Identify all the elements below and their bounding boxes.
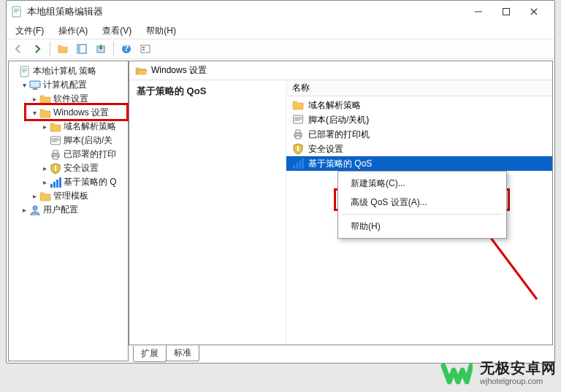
tree-scripts[interactable]: 脚本(启动/关 — [9, 134, 128, 147]
script-icon — [292, 114, 304, 126]
folder-icon — [39, 93, 51, 105]
menu-view[interactable]: 查看(V) — [96, 23, 137, 39]
tree-label: 基于策略的 Q — [64, 176, 117, 188]
menu-file[interactable]: 文件(F) — [9, 23, 50, 39]
watermark-logo-icon — [440, 357, 473, 389]
ctx-new-policy[interactable]: 新建策略(C)... — [340, 174, 504, 193]
script-icon — [50, 135, 61, 147]
tree-label: 域名解析策略 — [64, 120, 116, 133]
show-hide-tree-button[interactable] — [73, 41, 91, 57]
list-item-label: 安全设置 — [308, 143, 343, 155]
tree-label: 脚本(启动/关 — [64, 134, 112, 147]
col-name-label: 名称 — [292, 82, 310, 94]
tree-pane[interactable]: 本地计算机 策略 ▾ 计算机配置 ▸ 软件设置 ▾ Windows 设置 — [8, 61, 129, 361]
tree-computer-config[interactable]: ▾ 计算机配置 — [9, 78, 128, 92]
tree-qos[interactable]: ▸ 基于策略的 Q — [9, 175, 128, 189]
tab-standard[interactable]: 标准 — [166, 345, 199, 361]
up-button[interactable] — [54, 41, 72, 57]
list-item-label: 已部署的打印机 — [308, 128, 370, 141]
printer-icon — [50, 149, 61, 161]
tree-windows-settings[interactable]: ▾ Windows 设置 — [9, 106, 128, 120]
path-label: Windows 设置 — [151, 64, 207, 77]
folder-icon — [39, 191, 51, 202]
tree-label: Windows 设置 — [53, 107, 109, 119]
column-header-name[interactable]: 名称 — [286, 80, 552, 96]
selection-heading: 基于策略的 QoS — [137, 85, 278, 98]
toolbar: ? — [7, 39, 554, 59]
tree-label: 已部署的打印 — [64, 148, 116, 161]
user-icon — [29, 204, 41, 216]
svg-rect-17 — [77, 45, 80, 53]
menu-help[interactable]: 帮助(H) — [140, 23, 182, 39]
filter-button[interactable] — [137, 41, 154, 57]
ctx-separator — [342, 214, 503, 215]
list-item-qos[interactable]: 基于策略的 QoS — [286, 156, 552, 171]
chevron-right-icon[interactable]: ▸ — [29, 95, 39, 103]
watermark: 无极安卓网 wjhotelgroup.com — [440, 357, 557, 389]
description-column: 基于策略的 QoS — [129, 80, 286, 345]
list-item-security[interactable]: 安全设置 — [286, 142, 552, 156]
context-menu: 新建策略(C)... 高级 QoS 设置(A)... 帮助(H) — [337, 171, 507, 239]
maximize-button[interactable] — [493, 3, 519, 20]
tree-user-config[interactable]: ▸ 用户配置 — [9, 203, 128, 217]
tree-label: 软件设置 — [53, 93, 88, 105]
back-button — [9, 41, 27, 57]
folder-icon — [50, 121, 61, 133]
tree-software-settings[interactable]: ▸ 软件设置 — [9, 92, 128, 106]
list-item-label: 基于策略的 QoS — [308, 158, 372, 170]
ctx-help[interactable]: 帮助(H) — [340, 217, 504, 236]
help-button[interactable]: ? — [118, 41, 135, 57]
printer-icon — [292, 128, 304, 140]
menu-action[interactable]: 操作(A) — [53, 23, 94, 39]
tree-label: 管理模板 — [53, 190, 88, 202]
list-item-printers[interactable]: 已部署的打印机 — [286, 127, 552, 142]
ctx-advanced-qos[interactable]: 高级 QoS 设置(A)... — [340, 193, 504, 212]
tree-security-settings[interactable]: ▸ 安全设置 — [9, 161, 128, 175]
svg-rect-23 — [142, 49, 145, 50]
svg-rect-21 — [141, 45, 150, 53]
tree-dns-policy[interactable]: ▸ 域名解析策略 — [9, 120, 128, 134]
svg-rect-15 — [503, 9, 510, 15]
list-item-label: 脚本(启动/关机) — [308, 114, 369, 126]
watermark-subtitle: wjhotelgroup.com — [480, 377, 557, 386]
tree-admin-templates[interactable]: ▸ 管理模板 — [9, 189, 128, 203]
list-item-scripts[interactable]: 脚本(启动/关机) — [286, 112, 552, 127]
export-button[interactable] — [92, 41, 110, 57]
toolbar-separator — [50, 42, 50, 56]
chevron-right-icon[interactable]: ▸ — [29, 192, 39, 200]
security-icon — [292, 143, 304, 155]
watermark-title: 无极安卓网 — [480, 359, 557, 377]
chevron-right-icon[interactable]: ▸ — [39, 178, 50, 186]
chevron-down-icon[interactable]: ▾ — [19, 81, 29, 89]
qos-icon — [50, 177, 61, 188]
chevron-right-icon[interactable]: ▸ — [19, 206, 29, 214]
chevron-right-icon[interactable]: ▸ — [39, 123, 50, 131]
tree-label: 本地计算机 策略 — [33, 65, 96, 77]
tree-root[interactable]: 本地计算机 策略 — [9, 64, 128, 78]
computer-icon — [29, 80, 41, 91]
tree-label: 安全设置 — [64, 162, 99, 174]
window-title: 本地组策略编辑器 — [27, 5, 465, 18]
qos-icon — [292, 158, 304, 169]
chevron-right-icon[interactable]: ▸ — [39, 164, 50, 172]
menu-bar: 文件(F) 操作(A) 查看(V) 帮助(H) — [7, 23, 554, 39]
security-icon — [50, 163, 61, 174]
svg-rect-22 — [142, 47, 145, 48]
toolbar-separator — [113, 42, 114, 56]
tree-label: 计算机配置 — [43, 79, 87, 91]
folder-icon — [292, 99, 304, 111]
list-item-dns[interactable]: 域名解析策略 — [286, 98, 552, 112]
folder-open-icon — [39, 107, 51, 119]
forward-button[interactable] — [28, 41, 46, 57]
tree-deployed-printers[interactable]: 已部署的打印 — [9, 147, 128, 161]
list-item-label: 域名解析策略 — [308, 99, 361, 112]
chevron-down-icon[interactable]: ▾ — [29, 109, 39, 117]
tree-label: 用户配置 — [43, 204, 78, 216]
folder-open-icon — [135, 65, 147, 77]
tab-extended[interactable]: 扩展 — [133, 346, 167, 362]
policy-icon — [19, 66, 31, 77]
svg-text:?: ? — [123, 44, 129, 53]
minimize-button[interactable] — [465, 3, 492, 20]
close-button[interactable] — [521, 3, 547, 20]
path-header: Windows 设置 — [129, 61, 552, 80]
